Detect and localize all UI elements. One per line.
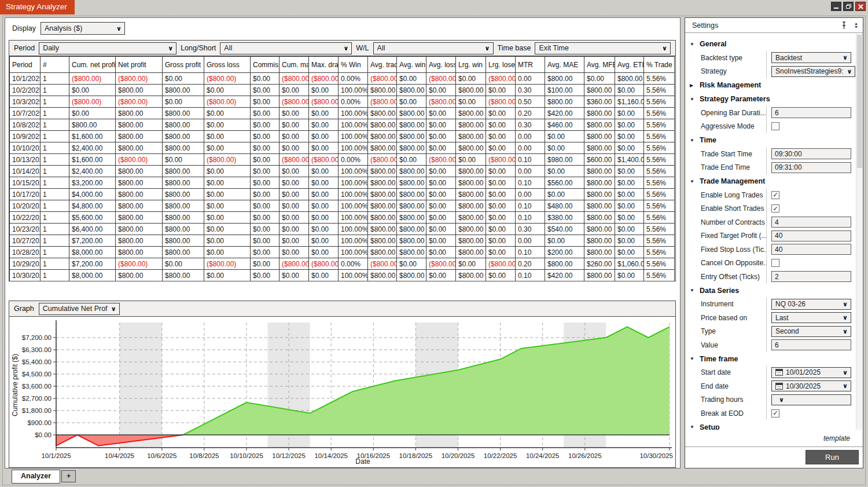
column-header[interactable]: Avg. MFE — [584, 57, 615, 73]
settings-group-setup[interactable]: ▼Setup — [685, 420, 855, 430]
tab-analyzer[interactable]: Analyzer — [12, 470, 60, 484]
table-cell: $800.00 — [368, 189, 397, 200]
column-header[interactable]: % Trade — [644, 57, 675, 73]
settings-scrollbar[interactable] — [856, 34, 862, 430]
scrollbar-thumb[interactable] — [857, 35, 862, 168]
display-select[interactable]: Analysis ($) ∨ — [41, 22, 125, 35]
enable-long-trades-checkbox[interactable]: ✓ — [771, 191, 779, 199]
end-date-select[interactable]: 10/30/2025∨ — [771, 380, 851, 391]
column-header[interactable]: Gross loss — [204, 57, 251, 73]
break-at-eod-checkbox[interactable]: ✓ — [771, 409, 779, 418]
backtest-type-select[interactable]: Backtest∨ — [771, 52, 851, 63]
strategy-select[interactable]: SnoInvestStrategies9:∨ — [771, 66, 855, 77]
column-header[interactable]: # — [41, 57, 69, 73]
cancel-on-opposite--checkbox[interactable] — [771, 259, 779, 267]
table-row[interactable]: 10/17/20251$4,000.00$800.00$800.00$0.00$… — [10, 189, 675, 200]
settings-group-risk-management[interactable]: ▶Risk Management — [685, 78, 855, 92]
close-button[interactable] — [855, 2, 866, 11]
table-cell: $800.00 — [584, 235, 615, 247]
column-header[interactable]: Period — [10, 57, 41, 73]
table-row[interactable]: 10/20/20251$4,800.00$800.00$800.00$0.00$… — [10, 200, 675, 212]
settings-group-data-series[interactable]: ▼Data Series — [685, 284, 855, 298]
table-row[interactable]: 10/27/20251$7,200.00$800.00$800.00$0.00$… — [10, 235, 675, 247]
column-header[interactable]: Avg. MAE — [545, 57, 584, 73]
table-row[interactable]: 10/3/20251($800.00)($800.00)$0.00($800.0… — [10, 96, 675, 108]
chevron-down-icon: ∨ — [843, 301, 848, 308]
table-cell: 100.00% — [339, 119, 368, 131]
collapse-arrow-icon: ▼ — [690, 288, 696, 293]
column-header[interactable]: Avg. win — [397, 57, 426, 73]
table-cell: $0.00 — [309, 270, 339, 281]
settings-group-strategy-parameters[interactable]: ▼Strategy Parameters — [685, 92, 855, 106]
table-row[interactable]: 10/29/20251$7,200.00($800.00)$0.00($800.… — [10, 258, 675, 270]
pin-icon[interactable] — [841, 21, 847, 30]
column-header[interactable]: Net profit — [116, 57, 163, 73]
table-row[interactable]: 10/28/20251$8,000.00$800.00$800.00$0.00$… — [10, 247, 675, 258]
scroll-arrows[interactable]: ▲▼ — [854, 22, 858, 29]
enable-short-trades-checkbox[interactable]: ✓ — [771, 204, 779, 213]
fixed-target-profit--input[interactable]: 40 — [771, 230, 851, 241]
column-header[interactable]: Cum. max. dd — [279, 57, 309, 73]
column-header[interactable]: Avg. loss — [426, 57, 456, 73]
table-row[interactable]: 10/13/20251$1,600.00($800.00)$0.00($800.… — [10, 154, 675, 166]
table-row[interactable]: 10/30/20251$8,000.00$800.00$800.00$0.00$… — [10, 270, 675, 281]
fixed-stop-loss-tic--input[interactable]: 40 — [771, 244, 851, 255]
column-header[interactable]: MTR — [516, 57, 545, 73]
table-row[interactable]: 10/15/20251$3,200.00$800.00$800.00$0.00$… — [10, 177, 675, 189]
timebase-select[interactable]: Exit Time ∨ — [535, 42, 671, 54]
table-cell: ($800.00) — [116, 154, 163, 166]
graph-header: Graph Cumulative Net Profit ∨ — [9, 301, 675, 317]
type-select[interactable]: Second∨ — [771, 326, 851, 337]
column-header[interactable]: Commission — [251, 57, 279, 73]
table-row[interactable]: 10/7/20251$0.00$800.00$800.00$0.00$0.00$… — [10, 108, 675, 119]
table-row[interactable]: 10/8/20251$800.00$800.00$800.00$0.00$0.0… — [10, 119, 675, 131]
table-cell: ($800.00) — [426, 96, 456, 108]
price-based-on-select[interactable]: Last∨ — [771, 312, 851, 323]
table-row[interactable]: 10/14/20251$2,400.00$800.00$800.00$0.00$… — [10, 166, 675, 177]
instrument-select[interactable]: NQ 03-26∨ — [771, 299, 851, 310]
aggressive-mode-checkbox[interactable] — [771, 122, 779, 130]
entry-offset-ticks--input[interactable]: 2 — [771, 271, 851, 282]
table-row[interactable]: 10/9/20251$1,600.00$800.00$800.00$0.00$0… — [10, 131, 675, 142]
template-link[interactable]: template — [823, 434, 850, 442]
start-date-select[interactable]: 10/01/2025∨ — [771, 367, 851, 378]
column-header[interactable]: Gross profit — [163, 57, 204, 73]
trading-hours-select[interactable]: ∨ — [771, 394, 851, 405]
settings-row: Fixed Target Profit (...40 — [685, 229, 855, 243]
table-cell: $420.00 — [545, 270, 584, 281]
run-button[interactable]: Run — [806, 450, 859, 464]
graph-type-select[interactable]: Cumulative Net Profit ∨ — [39, 303, 120, 315]
column-header[interactable]: Avg. ETD — [615, 57, 644, 73]
value-input[interactable]: 6 — [771, 339, 851, 350]
svg-text:10/10/2025: 10/10/2025 — [230, 452, 263, 459]
column-header[interactable]: Avg. trade — [368, 57, 397, 73]
table-row[interactable]: 10/10/20251$2,400.00$800.00$800.00$0.00$… — [10, 142, 675, 154]
trade-start-time-input[interactable]: 09:30:00 — [771, 148, 851, 159]
table-cell: 10/27/2025 — [10, 235, 41, 247]
table-row[interactable]: 10/2/20251$0.00$800.00$800.00$0.00$0.00$… — [10, 85, 675, 96]
number-of-contracts-input[interactable]: 4 — [771, 217, 851, 228]
column-header[interactable]: Lrg. loser — [486, 57, 516, 73]
settings-group-time[interactable]: ▼Time — [685, 133, 855, 147]
trade-end-time-input[interactable]: 09:31:00 — [771, 162, 851, 173]
settings-group-trade-management[interactable]: ▼Trade Management — [685, 174, 855, 188]
table-row[interactable]: 10/23/20251$6,400.00$800.00$800.00$0.00$… — [10, 224, 675, 235]
longshort-select[interactable]: All ∨ — [220, 42, 352, 54]
minimize-button[interactable] — [831, 2, 841, 11]
column-header[interactable]: Cum. net profit — [69, 57, 116, 73]
table-row[interactable]: 10/1/20251($800.00)($800.00)$0.00($800.0… — [10, 73, 675, 85]
column-header[interactable]: Lrg. win — [456, 57, 486, 73]
chevron-down-icon: ∨ — [843, 328, 848, 335]
settings-group-general[interactable]: ▼General — [685, 37, 855, 51]
opening-bar-durati--input[interactable]: 6 — [771, 107, 851, 118]
restore-button[interactable] — [843, 2, 854, 11]
table-row[interactable]: 10/22/20251$5,600.00$800.00$800.00$0.00$… — [10, 212, 675, 224]
settings-group-time-frame[interactable]: ▼Time frame — [685, 352, 855, 366]
period-select[interactable]: Daily ∨ — [39, 42, 176, 54]
wl-select[interactable]: All ∨ — [373, 42, 494, 54]
column-header[interactable]: % Win — [339, 57, 368, 73]
table-cell: $800.00 — [584, 142, 615, 154]
column-header[interactable]: Max. drawdown — [309, 57, 339, 73]
chevron-down-icon: ∨ — [843, 314, 848, 321]
add-tab-button[interactable]: + — [61, 470, 76, 482]
